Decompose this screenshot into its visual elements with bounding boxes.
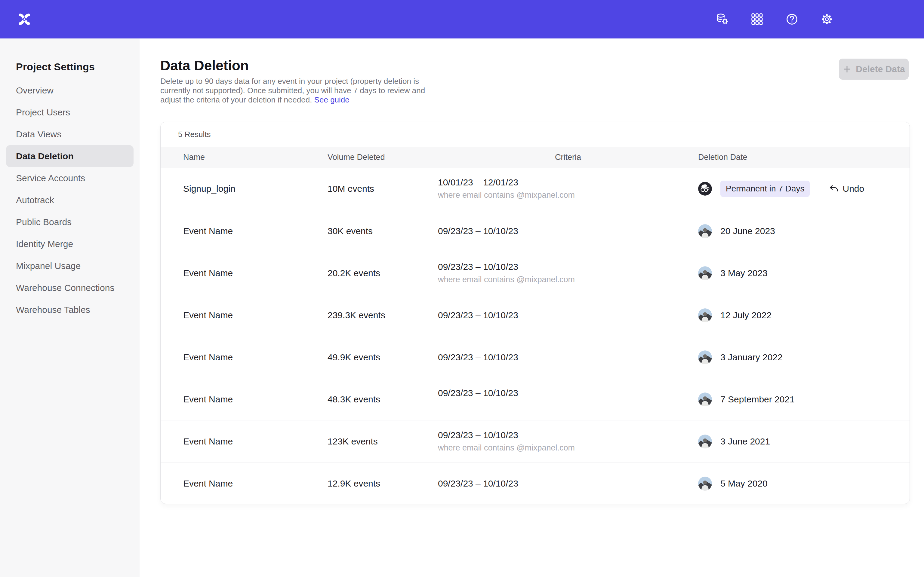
table-row: Event Name 20.2K events 09/23/23 – 10/10…	[161, 252, 909, 294]
table-row: Event Name 48.3K events 09/23/23 – 10/10…	[161, 378, 909, 420]
settings-gear-icon[interactable]	[820, 12, 834, 26]
event-name: Event Name	[183, 394, 233, 405]
volume-deleted: 48.3K events	[328, 394, 380, 405]
table-row: Event Name 12.9K events 09/23/23 – 10/10…	[161, 462, 909, 504]
see-guide-link[interactable]: See guide	[314, 95, 349, 104]
page-description: Delete up to 90 days data for any event …	[160, 77, 440, 105]
top-navigation-bar	[0, 0, 924, 39]
avatar	[698, 477, 712, 490]
sidebar-item-service-accounts[interactable]: Service Accounts	[0, 167, 140, 189]
avatar	[698, 182, 712, 196]
avatar	[698, 435, 712, 448]
volume-deleted: 20.2K events	[328, 268, 380, 278]
table-row: Event Name 123K events 09/23/23 – 10/10/…	[161, 420, 909, 462]
criteria-date-range: 09/23/23 – 10/10/23	[438, 310, 518, 320]
table-body: Signup_login 10M events 10/01/23 – 12/01…	[161, 168, 909, 504]
event-name: Event Name	[183, 352, 233, 363]
plus-icon	[843, 64, 851, 74]
database-gear-icon[interactable]	[715, 12, 729, 26]
volume-deleted: 12.9K events	[328, 479, 380, 488]
sidebar-item-data-views[interactable]: Data Views	[0, 123, 140, 145]
criteria-date-range: 09/23/23 – 10/10/23	[438, 430, 518, 440]
volume-deleted: 10M events	[328, 184, 374, 194]
sidebar-item-data-deletion[interactable]: Data Deletion	[6, 145, 134, 167]
criteria-date-range: 09/23/23 – 10/10/23	[438, 262, 518, 272]
description-line-1: Delete up to 90 days data for any event …	[160, 77, 419, 85]
avatar	[698, 224, 712, 238]
event-name: Event Name	[183, 479, 233, 488]
table-row: Event Name 49.9K events 09/23/23 – 10/10…	[161, 336, 909, 378]
deletion-date: 3 January 2022	[720, 352, 783, 363]
description-line-2: currently not supported). Once submitted…	[160, 86, 425, 95]
undo-icon	[829, 184, 838, 193]
sidebar-item-warehouse-connections[interactable]: Warehouse Connections	[0, 277, 140, 299]
results-count: 5 Results	[161, 122, 909, 147]
table-row: Signup_login 10M events 10/01/23 – 12/01…	[161, 168, 909, 210]
sidebar-nav: Overview Project Users Data Views Data D…	[0, 79, 140, 321]
criteria-date-range: 10/01/23 – 12/01/23	[438, 177, 518, 187]
avatar	[698, 392, 712, 406]
deletion-date: 5 May 2020	[720, 479, 767, 488]
sidebar-item-project-users[interactable]: Project Users	[0, 101, 140, 123]
criteria-filter: where email contains @mixpanel.com	[438, 275, 575, 285]
deletion-date: 3 May 2023	[720, 268, 767, 278]
delete-data-label: Delete Data	[856, 64, 905, 74]
criteria-filter: where email contains @mixpanel.com	[438, 190, 575, 200]
event-name: Event Name	[183, 436, 233, 446]
column-header-deletion-date: Deletion Date	[698, 147, 909, 168]
main-content: Data Deletion Delete up to 90 days data …	[140, 39, 924, 577]
sidebar-item-identity-merge[interactable]: Identity Merge	[0, 233, 140, 255]
avatar	[698, 308, 712, 322]
event-name: Event Name	[183, 268, 233, 278]
settings-sidebar: Project Settings Overview Project Users …	[0, 39, 140, 577]
criteria-date-range: 09/23/23 – 10/10/23	[438, 479, 518, 488]
criteria-date-range: 09/23/23 – 10/10/23	[438, 352, 518, 363]
description-line-3: adjust the criteria of your deletion if …	[160, 95, 312, 104]
avatar	[698, 266, 712, 280]
deletion-requests-card: 5 Results Name Volume Deleted Criteria D…	[160, 122, 910, 504]
deletion-date: 20 June 2023	[720, 226, 775, 236]
topbar-icon-group	[715, 12, 834, 26]
apps-grid-icon[interactable]	[750, 12, 764, 26]
column-header-criteria: Criteria	[438, 147, 698, 168]
avatar	[698, 350, 712, 364]
event-name: Event Name	[183, 226, 233, 236]
mixpanel-logo-icon	[18, 12, 31, 26]
volume-deleted: 49.9K events	[328, 352, 380, 363]
help-icon[interactable]	[785, 12, 799, 26]
volume-deleted: 239.3K events	[328, 310, 385, 320]
sidebar-item-autotrack[interactable]: Autotrack	[0, 189, 140, 211]
deletion-date: 3 June 2021	[720, 436, 770, 446]
deletion-date: 12 July 2022	[720, 310, 772, 320]
deletion-date: 7 September 2021	[720, 394, 795, 405]
table-row: Event Name 239.3K events 09/23/23 – 10/1…	[161, 294, 909, 336]
undo-label: Undo	[843, 184, 864, 194]
sidebar-title: Project Settings	[0, 39, 140, 73]
column-header-name: Name	[183, 147, 328, 168]
sidebar-item-warehouse-tables[interactable]: Warehouse Tables	[0, 299, 140, 321]
table-header-row: Name Volume Deleted Criteria Deletion Da…	[161, 147, 909, 168]
table-row: Event Name 30K events 09/23/23 – 10/10/2…	[161, 210, 909, 252]
sidebar-item-mixpanel-usage[interactable]: Mixpanel Usage	[0, 255, 140, 277]
volume-deleted: 123K events	[328, 436, 378, 446]
volume-deleted: 30K events	[328, 226, 373, 236]
criteria-date-range: 09/23/23 – 10/10/23	[438, 226, 518, 236]
column-header-volume-deleted: Volume Deleted	[328, 147, 438, 168]
mixpanel-logo[interactable]	[17, 12, 32, 27]
delete-data-button[interactable]: Delete Data	[839, 59, 909, 80]
page-title: Data Deletion	[160, 57, 249, 74]
criteria-filter: where email contains @mixpanel.com	[438, 443, 575, 453]
criteria-date-range: 09/23/23 – 10/10/23	[438, 388, 518, 398]
event-name: Event Name	[183, 310, 233, 320]
status-badge: Permanent in 7 Days	[720, 181, 810, 197]
sidebar-item-overview[interactable]: Overview	[0, 79, 140, 101]
event-name: Signup_login	[183, 184, 235, 194]
undo-button[interactable]: Undo	[829, 184, 864, 194]
sidebar-item-public-boards[interactable]: Public Boards	[0, 211, 140, 233]
